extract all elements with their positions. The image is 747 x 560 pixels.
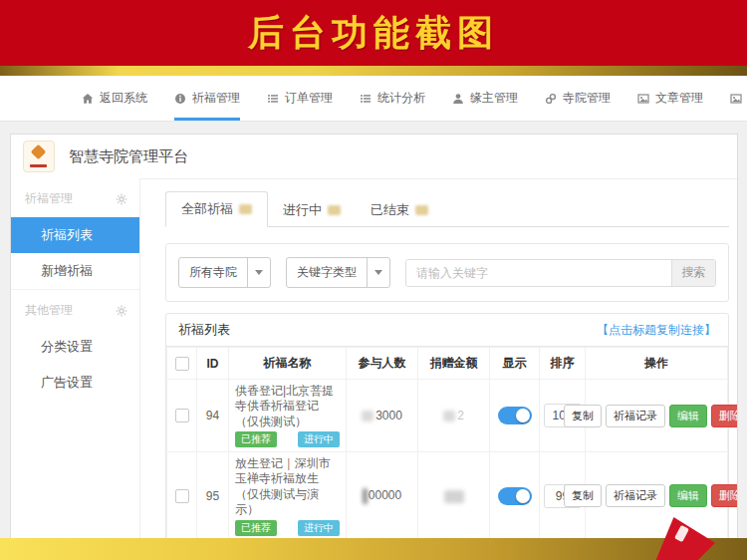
tab-count-blurred [415, 205, 428, 215]
display-toggle[interactable] [498, 407, 532, 424]
tab-count-blurred [328, 205, 341, 215]
column-header: ID [197, 348, 229, 380]
table-header-row: ID祈福名称参与人数捐赠金额显示排序操作 [167, 348, 728, 380]
column-header: 捐赠金额 [418, 348, 490, 380]
app-title: 智慧寺院管理平台 [69, 147, 188, 166]
edit-button[interactable]: 编辑 [669, 405, 707, 427]
app-header: 智慧寺院管理平台 [11, 135, 737, 179]
redacted-blur [444, 490, 464, 503]
edit-button[interactable]: 编辑 [669, 484, 707, 507]
slide-title: 后台功能截图 [248, 9, 499, 58]
screenshot-root: 后台功能截图 返回系统祈福管理订单管理统计分析缘主管理寺院管理文章管理栏目一栏目… [0, 0, 747, 560]
row-actions: 复制祈福记录编辑删除 [589, 405, 724, 427]
nav-item-3[interactable]: 订单管理 [267, 76, 333, 121]
column-header: 排序 [540, 348, 586, 380]
nav-item-label: 订单管理 [285, 90, 333, 107]
sidebar-section-label: 其他管理 [25, 302, 73, 319]
prayer-table: ID祈福名称参与人数捐赠金额显示排序操作 94供香登记|北京菩提寺供香祈福登记（… [166, 347, 728, 560]
nav-item-4[interactable]: 统计分析 [360, 76, 425, 121]
column-header: 祈福名称 [229, 348, 347, 380]
search-button[interactable]: 搜索 [671, 260, 715, 286]
copy-button[interactable]: 复制 [564, 405, 602, 427]
nav-item-7[interactable]: 文章管理 [637, 76, 703, 121]
donation-value: 2 [457, 409, 464, 422]
table-row: 95放生登记｜深圳市玉禅寺祈福放生（仅供测试与演示）已推荐进行中0000099复… [167, 452, 728, 540]
delete-button[interactable]: 删除 [711, 484, 737, 507]
tab-label: 进行中 [283, 201, 322, 219]
toggle-knob [516, 409, 530, 422]
temple-select[interactable]: 所有寺院 [178, 257, 271, 288]
gold-divider-bottom [0, 538, 747, 560]
image-icon [637, 93, 649, 105]
redacted-blur [443, 411, 455, 421]
column-header: 操作 [586, 348, 728, 380]
sidebar-item-1-1[interactable]: 祈福列表 [11, 217, 139, 253]
keyword-input-group: 搜索 [405, 259, 716, 287]
redacted-blur [362, 411, 374, 421]
nav-item-5[interactable]: 缘主管理 [452, 76, 518, 121]
recommend-badge[interactable]: 已推荐 [235, 520, 277, 536]
row-id: 95 [197, 452, 229, 540]
keyword-type-value: 关键字类型 [287, 258, 367, 287]
panel-heading: 祈福列表 【点击标题复制连接】 [166, 314, 728, 347]
nav-item-label: 祈福管理 [192, 90, 240, 107]
sidebar-section-label: 祈福管理 [25, 190, 73, 207]
user-icon [452, 93, 464, 105]
nav-item-6[interactable]: 寺院管理 [545, 76, 611, 121]
redacted-blur [363, 488, 368, 504]
donation-cell [418, 452, 490, 540]
nav-item-8[interactable]: 栏目一 [730, 76, 747, 121]
gear-icon [116, 193, 127, 205]
participants-cell: 3000 [347, 380, 418, 452]
display-toggle[interactable] [498, 487, 532, 505]
tab-label: 全部祈福 [181, 200, 233, 218]
sidebar-section-header-2[interactable]: 其他管理 [11, 289, 139, 329]
nav-item-label: 寺院管理 [563, 90, 611, 107]
table-row: 94供香登记|北京菩提寺供香祈福登记（仅供测试）已推荐进行中30002100复制… [167, 380, 728, 452]
copy-title-link[interactable]: 【点击标题复制连接】 [597, 322, 716, 339]
main-content: 全部祈福进行中已结束 所有寺院 关键字类型 搜索 [140, 178, 737, 560]
panel-title: 祈福列表 [178, 321, 230, 339]
tab-2[interactable]: 进行中 [268, 193, 356, 227]
prayer-name: 放生登记｜深圳市玉禅寺祈福放生（仅供测试与演示） [235, 456, 340, 517]
column-header: 显示 [490, 348, 540, 380]
status-badge: 进行中 [298, 431, 340, 447]
sidebar-section-header-1[interactable]: 祈福管理 [11, 178, 139, 217]
tab-3[interactable]: 已结束 [356, 193, 443, 227]
nav-item-1[interactable]: 返回系统 [82, 76, 147, 121]
card-body: 祈福管理祈福列表新增祈福其他管理分类设置广告设置 全部祈福进行中已结束 所有寺院… [11, 178, 737, 560]
prayer-name: 供香登记|北京菩提寺供香祈福登记（仅供测试） [235, 384, 340, 429]
row-id: 94 [197, 380, 229, 452]
filter-panel: 所有寺院 关键字类型 搜索 [165, 243, 729, 302]
row-checkbox[interactable] [175, 409, 189, 422]
top-navigation: 返回系统祈福管理订单管理统计分析缘主管理寺院管理文章管理栏目一栏目二 [0, 76, 747, 122]
tab-label: 已结束 [371, 201, 409, 219]
keyword-type-select[interactable]: 关键字类型 [286, 257, 390, 288]
delete-button[interactable]: 删除 [711, 405, 737, 427]
sidebar: 祈福管理祈福列表新增祈福其他管理分类设置广告设置 [11, 178, 140, 560]
donation-cell: 2 [418, 380, 490, 452]
prayer-record-button[interactable]: 祈福记录 [606, 405, 665, 427]
sidebar-item-2-1[interactable]: 分类设置 [11, 329, 139, 365]
tab-1[interactable]: 全部祈福 [165, 191, 268, 227]
chevron-down-icon [367, 258, 389, 287]
copy-button[interactable]: 复制 [564, 484, 602, 507]
home-icon [82, 93, 94, 105]
nav-item-label: 统计分析 [377, 90, 425, 107]
sidebar-item-1-2[interactable]: 新增祈福 [11, 253, 139, 289]
select-all-checkbox[interactable] [175, 357, 189, 371]
recommend-badge[interactable]: 已推荐 [235, 431, 277, 447]
nav-item-2[interactable]: 祈福管理 [174, 76, 240, 121]
image-icon [730, 93, 742, 105]
prayer-list-panel: 祈福列表 【点击标题复制连接】 ID祈福名称参与人数捐赠金额显示排序操作 94供… [165, 313, 729, 560]
chevron-down-icon [247, 258, 270, 287]
row-checkbox[interactable] [175, 489, 189, 503]
gear-icon [116, 305, 127, 317]
sidebar-item-2-2[interactable]: 广告设置 [11, 365, 139, 401]
admin-card: 智慧寺院管理平台 祈福管理祈福列表新增祈福其他管理分类设置广告设置 全部祈福进行… [10, 134, 738, 560]
participants-cell: 00000 [347, 452, 418, 540]
info-icon [174, 93, 186, 105]
prayer-record-button[interactable]: 祈福记录 [606, 484, 665, 507]
nav-item-label: 文章管理 [655, 90, 703, 107]
keyword-input[interactable] [406, 260, 671, 286]
